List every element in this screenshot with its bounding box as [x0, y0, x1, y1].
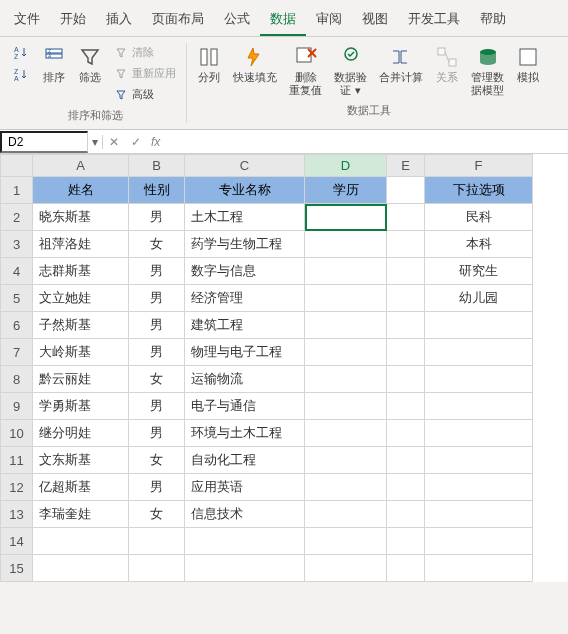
menu-tab-5[interactable]: 数据: [260, 4, 306, 36]
row-header-15[interactable]: 15: [1, 555, 33, 582]
menu-tab-9[interactable]: 帮助: [470, 4, 516, 36]
row-header-4[interactable]: 4: [1, 258, 33, 285]
cell-E7[interactable]: [387, 339, 425, 366]
cell-E8[interactable]: [387, 366, 425, 393]
cell-B12[interactable]: 男: [129, 474, 185, 501]
menu-tab-1[interactable]: 开始: [50, 4, 96, 36]
row-header-2[interactable]: 2: [1, 204, 33, 231]
cell-E10[interactable]: [387, 420, 425, 447]
cell-F7[interactable]: [425, 339, 533, 366]
cell-C8[interactable]: 运输物流: [185, 366, 305, 393]
col-header-E[interactable]: E: [387, 155, 425, 177]
menu-tab-3[interactable]: 页面布局: [142, 4, 214, 36]
row-header-13[interactable]: 13: [1, 501, 33, 528]
cell-D8[interactable]: [305, 366, 387, 393]
cell-C9[interactable]: 电子与通信: [185, 393, 305, 420]
cell-D4[interactable]: [305, 258, 387, 285]
cell-F9[interactable]: [425, 393, 533, 420]
sort-button[interactable]: ZA 排序: [38, 43, 70, 86]
cell-D5[interactable]: [305, 285, 387, 312]
row-header-14[interactable]: 14: [1, 528, 33, 555]
filter-button[interactable]: 筛选: [74, 43, 106, 86]
namebox-dropdown[interactable]: ▾: [88, 135, 103, 149]
cell-F12[interactable]: [425, 474, 533, 501]
flash-fill-button[interactable]: 快速填充: [229, 43, 281, 86]
cell-C7[interactable]: 物理与电子工程: [185, 339, 305, 366]
cell-A9[interactable]: 学勇斯基: [33, 393, 129, 420]
name-box[interactable]: [0, 131, 88, 153]
formula-input[interactable]: [164, 133, 568, 151]
cell-C11[interactable]: 自动化工程: [185, 447, 305, 474]
select-all-corner[interactable]: [1, 155, 33, 177]
row-header-9[interactable]: 9: [1, 393, 33, 420]
cell-A4[interactable]: 志群斯基: [33, 258, 129, 285]
menu-tab-2[interactable]: 插入: [96, 4, 142, 36]
cell-F2[interactable]: 民科: [425, 204, 533, 231]
row-header-7[interactable]: 7: [1, 339, 33, 366]
cell-C6[interactable]: 建筑工程: [185, 312, 305, 339]
cell-A15[interactable]: [33, 555, 129, 582]
sort-desc-button[interactable]: ZA: [10, 65, 34, 85]
cell-B2[interactable]: 男: [129, 204, 185, 231]
cancel-formula-button[interactable]: ✕: [103, 135, 125, 149]
row-header-1[interactable]: 1: [1, 177, 33, 204]
cell-E4[interactable]: [387, 258, 425, 285]
cell-E12[interactable]: [387, 474, 425, 501]
cell-E6[interactable]: [387, 312, 425, 339]
cell-D14[interactable]: [305, 528, 387, 555]
cell-E11[interactable]: [387, 447, 425, 474]
cell-F6[interactable]: [425, 312, 533, 339]
advanced-filter-button[interactable]: 高级: [110, 85, 180, 104]
cell-B1[interactable]: 性别: [129, 177, 185, 204]
cell-D10[interactable]: [305, 420, 387, 447]
cell-E5[interactable]: [387, 285, 425, 312]
row-header-3[interactable]: 3: [1, 231, 33, 258]
cell-C5[interactable]: 经济管理: [185, 285, 305, 312]
cell-E3[interactable]: [387, 231, 425, 258]
cell-D11[interactable]: [305, 447, 387, 474]
remove-duplicates-button[interactable]: 删除 重复值: [285, 43, 326, 99]
whatif-button[interactable]: 模拟: [512, 43, 544, 86]
cell-A14[interactable]: [33, 528, 129, 555]
reapply-button[interactable]: 重新应用: [110, 64, 180, 83]
cell-F4[interactable]: 研究生: [425, 258, 533, 285]
relationships-button[interactable]: 关系: [431, 43, 463, 86]
row-header-5[interactable]: 5: [1, 285, 33, 312]
menu-tab-8[interactable]: 开发工具: [398, 4, 470, 36]
col-header-A[interactable]: A: [33, 155, 129, 177]
row-header-11[interactable]: 11: [1, 447, 33, 474]
cell-C14[interactable]: [185, 528, 305, 555]
cell-D6[interactable]: [305, 312, 387, 339]
cell-D13[interactable]: [305, 501, 387, 528]
menu-tab-0[interactable]: 文件: [4, 4, 50, 36]
cell-B10[interactable]: 男: [129, 420, 185, 447]
cell-A12[interactable]: 亿超斯基: [33, 474, 129, 501]
cell-B13[interactable]: 女: [129, 501, 185, 528]
cell-D12[interactable]: [305, 474, 387, 501]
cell-F15[interactable]: [425, 555, 533, 582]
cell-E14[interactable]: [387, 528, 425, 555]
worksheet-grid[interactable]: ABCDEF1姓名性别专业名称学历下拉选项2晓东斯基男土木工程民科3祖萍洛娃女药…: [0, 154, 568, 582]
cell-D7[interactable]: [305, 339, 387, 366]
clear-filter-button[interactable]: 清除: [110, 43, 180, 62]
cell-D1[interactable]: 学历: [305, 177, 387, 204]
fx-icon[interactable]: fx: [147, 135, 164, 149]
row-header-10[interactable]: 10: [1, 420, 33, 447]
sort-asc-button[interactable]: AZ: [10, 43, 34, 63]
text-to-columns-button[interactable]: 分列: [193, 43, 225, 86]
row-header-12[interactable]: 12: [1, 474, 33, 501]
cell-B11[interactable]: 女: [129, 447, 185, 474]
cell-C12[interactable]: 应用英语: [185, 474, 305, 501]
cell-A3[interactable]: 祖萍洛娃: [33, 231, 129, 258]
cell-D9[interactable]: [305, 393, 387, 420]
cell-C13[interactable]: 信息技术: [185, 501, 305, 528]
cell-A1[interactable]: 姓名: [33, 177, 129, 204]
col-header-F[interactable]: F: [425, 155, 533, 177]
cell-E15[interactable]: [387, 555, 425, 582]
row-header-6[interactable]: 6: [1, 312, 33, 339]
cell-A11[interactable]: 文东斯基: [33, 447, 129, 474]
data-validation-button[interactable]: 数据验 证 ▾: [330, 43, 371, 99]
cell-B6[interactable]: 男: [129, 312, 185, 339]
cell-B3[interactable]: 女: [129, 231, 185, 258]
cell-D15[interactable]: [305, 555, 387, 582]
